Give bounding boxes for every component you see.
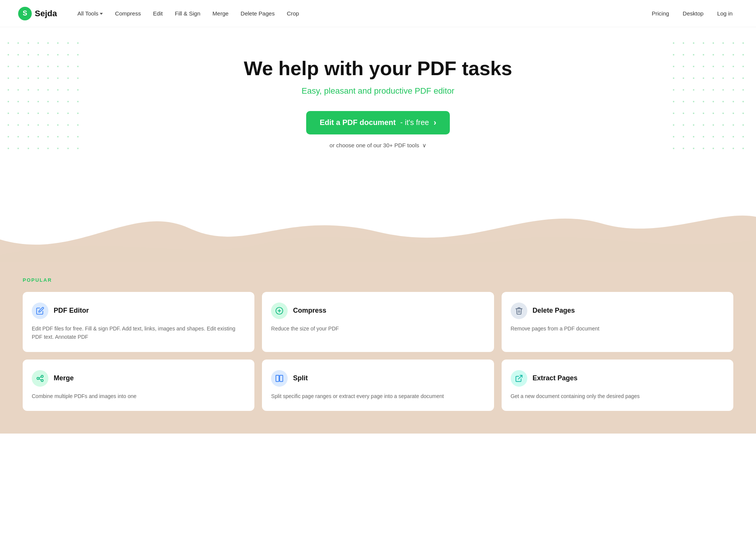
tool-card-pdf-editor[interactable]: PDF Editor Edit PDF files for free. Fill… <box>23 292 254 352</box>
tool-card-compress[interactable]: Compress Reduce the size of your PDF <box>262 292 494 352</box>
cta-button[interactable]: Edit a PDF document - it's free › <box>306 111 450 134</box>
nav-all-tools[interactable]: All Tools <box>72 7 108 20</box>
tool-card-extract-pages[interactable]: Extract Pages Get a new document contain… <box>502 360 733 411</box>
pdf-editor-desc: Edit PDF files for free. Fill & sign PDF… <box>32 324 245 341</box>
svg-point-5 <box>41 379 43 381</box>
nav-right-links: Pricing Desktop Log in <box>646 7 738 20</box>
nav-pricing-label: Pricing <box>652 10 669 17</box>
pdf-editor-title: PDF Editor <box>54 307 89 315</box>
hero-subtitle: Easy, pleasant and productive PDF editor <box>8 86 748 96</box>
merge-desc: Combine multiple PDFs and images into on… <box>32 392 245 400</box>
nav-compress[interactable]: Compress <box>110 7 146 20</box>
tool-card-merge[interactable]: Merge Combine multiple PDFs and images i… <box>23 360 254 411</box>
tools-grid: PDF Editor Edit PDF files for free. Fill… <box>23 292 733 411</box>
svg-line-10 <box>518 375 522 379</box>
tool-card-delete-pages[interactable]: Delete Pages Remove pages from a PDF doc… <box>502 292 733 352</box>
delete-pages-title: Delete Pages <box>533 307 575 315</box>
split-desc: Split specific page ranges or extract ev… <box>271 392 485 400</box>
nav-all-tools-label: All Tools <box>77 10 99 17</box>
nav-pricing[interactable]: Pricing <box>646 7 674 20</box>
nav-fill-sign[interactable]: Fill & Sign <box>170 7 206 20</box>
nav-crop[interactable]: Crop <box>282 7 305 20</box>
tool-card-split[interactable]: Split Split specific page ranges or extr… <box>262 360 494 411</box>
navbar: S Sejda All Tools Compress Edit Fill & S… <box>0 0 756 27</box>
extract-pages-title: Extract Pages <box>533 374 578 382</box>
nav-login-label: Log in <box>717 10 733 17</box>
svg-rect-8 <box>276 375 279 381</box>
nav-crop-label: Crop <box>287 10 299 17</box>
hero-section: document.write(Array(80).fill('<div clas… <box>0 27 756 171</box>
chevron-down-icon <box>100 13 103 15</box>
merge-title: Merge <box>54 374 74 382</box>
logo[interactable]: S Sejda <box>18 7 57 20</box>
wave-svg <box>0 179 756 262</box>
merge-icon <box>32 370 48 387</box>
cta-arrow-icon: › <box>434 118 436 128</box>
delete-pages-desc: Remove pages from a PDF document <box>511 324 724 333</box>
chevron-down-icon: ∨ <box>422 142 426 149</box>
tools-section: POPULAR PDF Editor Edit PDF files for fr… <box>0 262 756 434</box>
nav-compress-label: Compress <box>115 10 141 17</box>
nav-desktop-label: Desktop <box>683 10 703 17</box>
tool-card-compress-header: Compress <box>271 302 485 319</box>
hero-title: We help with your PDF tasks <box>8 57 748 80</box>
logo-icon: S <box>18 7 32 20</box>
tool-card-merge-header: Merge <box>32 370 245 387</box>
compress-icon <box>271 302 288 319</box>
split-title: Split <box>293 374 308 382</box>
svg-point-4 <box>41 375 43 377</box>
svg-rect-9 <box>280 375 283 381</box>
nav-desktop[interactable]: Desktop <box>677 7 709 20</box>
nav-edit-label: Edit <box>153 10 163 17</box>
delete-pages-icon <box>511 302 527 319</box>
tools-text: or choose one of our 30+ PDF tools <box>330 142 419 148</box>
split-icon <box>271 370 288 387</box>
svg-point-3 <box>37 377 39 380</box>
nav-fill-sign-label: Fill & Sign <box>175 10 201 17</box>
pdf-editor-icon <box>32 302 48 319</box>
wave-section <box>0 179 756 262</box>
nav-delete-pages[interactable]: Delete Pages <box>235 7 280 20</box>
nav-left-links: All Tools Compress Edit Fill & Sign Merg… <box>72 7 647 20</box>
svg-line-6 <box>39 377 41 378</box>
popular-label: POPULAR <box>23 262 733 292</box>
nav-delete-pages-label: Delete Pages <box>241 10 275 17</box>
tools-link[interactable]: or choose one of our 30+ PDF tools ∨ <box>8 142 748 149</box>
tool-card-extract-pages-header: Extract Pages <box>511 370 724 387</box>
tool-card-delete-pages-header: Delete Pages <box>511 302 724 319</box>
nav-merge[interactable]: Merge <box>207 7 234 20</box>
compress-title: Compress <box>293 307 326 315</box>
nav-edit[interactable]: Edit <box>148 7 168 20</box>
cta-label: Edit a PDF document <box>320 118 396 127</box>
logo-letter: S <box>23 9 27 17</box>
compress-desc: Reduce the size of your PDF <box>271 324 485 333</box>
nav-merge-label: Merge <box>212 10 229 17</box>
logo-name: Sejda <box>35 9 57 19</box>
tool-card-split-header: Split <box>271 370 485 387</box>
cta-suffix: - it's free <box>400 118 429 127</box>
nav-login[interactable]: Log in <box>712 7 738 20</box>
tool-card-pdf-editor-header: PDF Editor <box>32 302 245 319</box>
svg-line-7 <box>39 378 41 380</box>
extract-pages-icon <box>511 370 527 387</box>
extract-pages-desc: Get a new document containing only the d… <box>511 392 724 400</box>
